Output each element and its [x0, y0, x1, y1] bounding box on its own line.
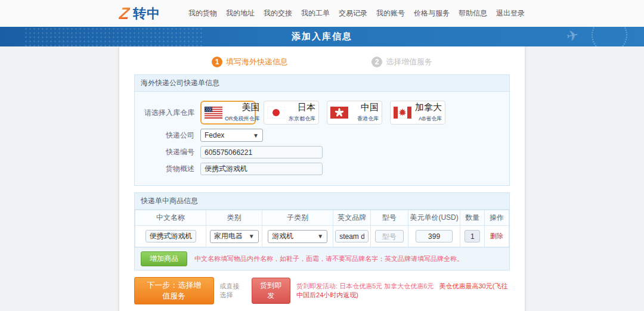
- express-company-label: 快递公司: [135, 130, 194, 141]
- step-indicator: 1 填写海外快递信息 2 选择增值服务: [134, 51, 510, 74]
- nav-item-my-handover[interactable]: 我的交接: [264, 8, 292, 18]
- item-price-input[interactable]: [416, 230, 453, 242]
- nav-item-help[interactable]: 帮助信息: [459, 8, 487, 18]
- chevron-down-icon: ▼: [253, 132, 259, 139]
- warehouse-china-name: 中国: [361, 102, 379, 112]
- col-quantity: 数量: [460, 210, 485, 226]
- top-header: Z 转中 我的货物 我的地址 我的交接 我的工单 交易记录 我的账号 价格与服务…: [0, 0, 644, 27]
- step-1: 1 填写海外快递信息: [212, 57, 288, 67]
- hongkong-flag-icon: [330, 107, 348, 119]
- banner-dots-decoration: [24, 27, 203, 46]
- nav-item-my-address[interactable]: 我的地址: [226, 8, 255, 18]
- step-1-number: 1: [212, 57, 222, 67]
- warehouse-usa-name: 美国: [242, 102, 260, 112]
- canada-flag-icon: [394, 107, 411, 119]
- item-name-input[interactable]: [145, 230, 196, 242]
- step-1-label: 填写海外快递信息: [226, 57, 288, 67]
- col-category: 类别: [206, 210, 262, 226]
- col-subcategory: 子类别: [262, 210, 333, 226]
- col-chinese-name: 中文名称: [135, 210, 206, 226]
- warehouse-options: 美国 OR免税州仓库 日本 东京都仓库: [200, 101, 445, 125]
- item-model-input[interactable]: [375, 230, 404, 242]
- warehouse-option-china[interactable]: 中国 香港仓库: [327, 101, 382, 125]
- goods-table: 中文名称 类别 子类别 英文品牌 型号 美元单价(USD) 数量 操作 家用电器…: [135, 210, 509, 247]
- nav-item-my-goods[interactable]: 我的货物: [188, 8, 217, 18]
- airplane-icon: ✈: [565, 27, 580, 45]
- delete-item-link[interactable]: 删除: [490, 232, 503, 240]
- nav-item-pricing[interactable]: 价格与服务: [414, 8, 450, 18]
- goods-info-section: 快递单中商品信息 中文名称 类别 子类别 英文品牌 型号 美元单价(USD) 数…: [134, 192, 510, 270]
- warehouse-china-sub: 香港仓库: [357, 116, 379, 122]
- item-category-value: 家用电器: [214, 231, 243, 241]
- warehouse-option-canada[interactable]: 加拿大 AB省仓库: [390, 101, 445, 125]
- warehouse-canada-name: 加拿大: [415, 102, 442, 112]
- next-step-button[interactable]: 下一步：选择增值服务: [134, 277, 214, 304]
- warehouse-japan-sub: 东京都仓库: [289, 116, 315, 122]
- top-nav: 我的货物 我的地址 我的交接 我的工单 交易记录 我的账号 价格与服务 帮助信息…: [188, 8, 525, 18]
- promo-text: 货到即发活动: 日本仓优惠5元 加拿大仓优惠6元 美仓优惠最高30元(飞往中国后…: [296, 282, 510, 300]
- ship-on-arrival-button[interactable]: 货到即发: [252, 278, 291, 304]
- chevron-down-icon: ▼: [317, 233, 323, 240]
- japan-flag-icon: [267, 107, 285, 119]
- nav-item-my-tickets[interactable]: 我的工单: [301, 8, 330, 18]
- page-banner: 添加入库信息 ✈: [0, 27, 644, 46]
- tracking-number-input[interactable]: [200, 146, 323, 158]
- col-model: 型号: [370, 210, 408, 226]
- step-2: 2 选择增值服务: [371, 57, 432, 67]
- warehouse-canada-sub: AB省仓库: [419, 116, 442, 122]
- logo-icon: Z: [118, 5, 131, 22]
- goods-summary-input[interactable]: [200, 163, 323, 175]
- express-company-value: Fedex: [205, 131, 224, 139]
- warehouse-select-label: 请选择入库仓库: [135, 108, 194, 118]
- nav-item-my-account[interactable]: 我的账号: [376, 8, 405, 18]
- item-subcategory-select[interactable]: 游戏机 ▼: [268, 230, 327, 243]
- nav-item-logout[interactable]: 退出登录: [496, 8, 525, 18]
- goods-table-row: 家用电器 ▼ 游戏机 ▼ 删除: [135, 226, 509, 247]
- usa-flag-icon: [205, 107, 222, 119]
- warehouse-option-usa[interactable]: 美国 OR免税州仓库: [200, 101, 256, 125]
- warehouse-option-japan[interactable]: 日本 东京都仓库: [264, 101, 319, 125]
- nav-item-transactions[interactable]: 交易记录: [339, 8, 367, 18]
- step-2-label: 选择增值服务: [386, 57, 432, 67]
- goods-section-title: 快递单中商品信息: [135, 193, 509, 210]
- tracking-number-label: 快递编号: [135, 147, 194, 157]
- goods-summary-label: 货物概述: [135, 164, 194, 174]
- globe-decoration: [592, 27, 627, 46]
- express-company-select[interactable]: Fedex ▼: [200, 129, 263, 142]
- item-category-select[interactable]: 家用电器 ▼: [210, 230, 259, 243]
- col-unit-price-usd: 美元单价(USD): [408, 210, 460, 226]
- col-english-brand: 英文品牌: [333, 210, 371, 226]
- content-card: 1 填写海外快递信息 2 选择增值服务 海外快递公司快递单信息 请选择入库仓库: [119, 46, 525, 311]
- or-directly-text: 或直接选择: [220, 282, 246, 300]
- page-title: 添加入库信息: [292, 31, 352, 42]
- item-brand-input[interactable]: [335, 230, 369, 242]
- item-qty-input[interactable]: [465, 230, 480, 242]
- express-info-section: 海外快递公司快递单信息 请选择入库仓库: [134, 74, 510, 186]
- promo-text-japan-canada: 货到即发活动: 日本仓优惠5元 加拿大仓优惠6元: [296, 282, 434, 290]
- chevron-down-icon: ▼: [249, 233, 255, 240]
- item-subcategory-value: 游戏机: [272, 231, 293, 241]
- step-2-number: 2: [371, 57, 382, 67]
- goods-table-header-row: 中文名称 类别 子类别 英文品牌 型号 美元单价(USD) 数量 操作: [135, 210, 509, 226]
- site-logo[interactable]: Z 转中: [119, 5, 160, 23]
- warehouse-usa-sub: OR免税州仓库: [225, 116, 260, 122]
- item-name-hint: 中文名称填写物品内件名称，如鞋子，面霜，请不要写品牌名字；英文品牌请填写品牌全称…: [194, 254, 463, 263]
- express-section-title: 海外快递公司快递单信息: [135, 75, 509, 92]
- logo-text: 转中: [133, 5, 160, 23]
- action-bar: 下一步：选择增值服务 或直接选择 货到即发 货到即发活动: 日本仓优惠5元 加拿…: [134, 277, 510, 304]
- add-product-button[interactable]: 增加商品: [141, 251, 187, 266]
- warehouse-japan-name: 日本: [298, 102, 315, 112]
- col-operation: 操作: [485, 210, 509, 226]
